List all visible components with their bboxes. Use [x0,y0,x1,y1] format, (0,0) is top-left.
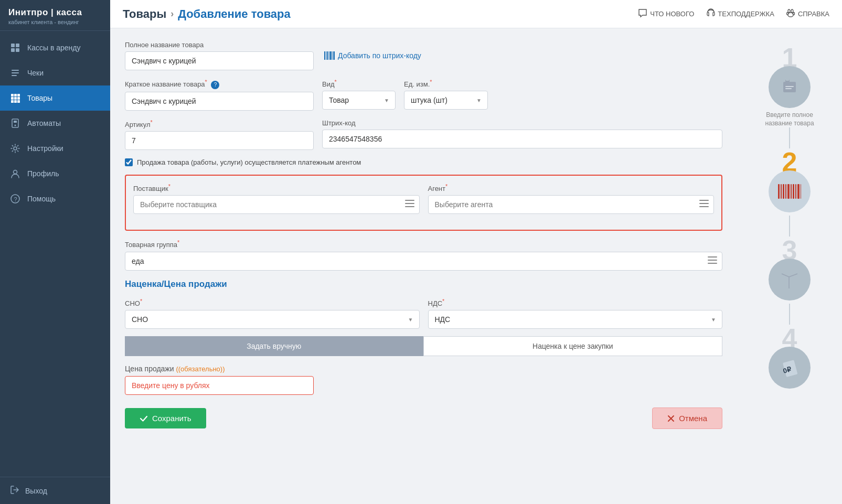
product-group-input[interactable] [125,252,722,271]
svg-point-19 [14,147,17,150]
news-action[interactable]: ЧТО НОВОГО [638,8,694,20]
supplier-agent-row: Поставщик* Агент* [133,183,714,222]
article-input[interactable] [125,131,314,150]
logout-button[interactable]: Выход [9,485,101,497]
svg-rect-33 [334,51,335,60]
short-name-input[interactable] [125,92,314,111]
breadcrumb-sub: Добавление товара [178,7,291,21]
nds-group: НДС* НДС [428,298,723,329]
support-action[interactable]: ТЕХПОДДЕРЖКА [706,8,774,20]
svg-rect-0 [11,44,15,47]
sidebar-item-pomoshch[interactable]: ? Помощь [0,186,110,211]
logout-label: Выход [25,487,47,495]
unit-select-wrap: штука (шт) [404,91,488,110]
sidebar-bottom: Выход [0,477,110,504]
svg-rect-30 [329,51,329,60]
svg-rect-29 [327,51,328,60]
svg-rect-11 [14,97,17,100]
unit-label: Ед. изм.* [404,79,488,88]
svg-rect-50 [783,184,784,199]
supplier-input[interactable] [133,195,420,214]
step-3-circle [769,259,811,301]
logout-icon [9,485,20,497]
price-required-note: ((обязательно)) [176,365,225,373]
sidebar-item-cheki[interactable]: Чеки [0,60,110,85]
news-label: ЧТО НОВОГО [650,10,694,18]
unit-select[interactable]: штука (шт) [404,91,488,110]
help-icon: ? [9,193,21,205]
svg-rect-12 [17,97,20,100]
agent-input[interactable] [428,195,715,214]
short-name-label: Краткое название товара* ? [125,79,314,89]
user-icon [9,168,21,179]
nds-select[interactable]: НДС [428,310,723,329]
tab-markup[interactable]: Наценка к цене закупки [423,336,723,356]
step-4-circle: 0₽ [769,347,811,389]
unit-group: Ед. изм.* штука (шт) [404,79,488,111]
full-name-input[interactable] [125,51,314,70]
sidebar-item-kassy[interactable]: Кассы в аренду [0,35,110,60]
breadcrumb-separator: › [170,8,174,19]
sno-select[interactable]: СНО [125,310,420,329]
sidebar-item-tovary[interactable]: Товары [0,85,110,111]
svg-rect-7 [11,94,14,96]
sidebar-item-nastrojki[interactable]: Настройки [0,136,110,161]
paw-icon [786,8,795,20]
product-group-wrap [125,252,722,271]
sno-group: СНО* СНО [125,298,420,329]
agent-label: Агент* [428,183,715,192]
sidebar-item-avtomaty[interactable]: Автоматы [0,111,110,136]
product-group-list-button[interactable] [708,256,717,266]
type-select[interactable]: Товар [322,91,396,110]
help-action[interactable]: СПРАВКА [786,8,829,20]
nds-label: НДС* [428,298,723,307]
price-label: Цена продажи ((обязательно)) [125,364,722,373]
sno-select-wrap: СНО [125,310,420,329]
svg-rect-17 [14,121,17,123]
nds-select-wrap: НДС [428,310,723,329]
action-row: Сохранить Отмена [125,408,722,429]
logo-subtitle: кабинет клиента - вендинг [8,19,102,25]
sidebar-item-label: Помощь [27,195,56,203]
svg-rect-27 [324,51,325,60]
breadcrumb-main: Товары [123,7,166,21]
svg-rect-42 [708,263,717,264]
supplier-list-button[interactable] [405,200,414,209]
svg-rect-52 [787,184,790,199]
cancel-button[interactable]: Отмена [652,408,722,429]
save-button[interactable]: Сохранить [125,408,206,428]
sidebar-nav: Кассы в аренду Чеки Товары Автоматы [0,31,110,477]
sidebar-item-label: Чеки [27,69,44,77]
step-1-line [789,127,790,148]
help-tooltip-icon[interactable]: ? [211,81,219,89]
sidebar-logo: Инитпро | касса кабинет клиента - вендин… [0,0,110,31]
grid-icon [9,42,21,53]
price-group: Цена продажи ((обязательно)) [125,364,722,395]
barcode-field-input[interactable] [322,130,722,148]
svg-rect-45 [786,79,789,81]
svg-rect-57 [801,184,801,199]
svg-point-23 [788,9,790,13]
svg-rect-51 [785,184,786,199]
step-2-line [789,216,790,237]
sidebar-item-profil[interactable]: Профиль [0,161,110,186]
supplier-agent-block: Поставщик* Агент* [125,175,722,231]
svg-rect-9 [17,94,20,96]
svg-point-20 [14,170,17,174]
sidebar: Инитпро | касса кабинет клиента - вендин… [0,0,110,504]
agent-list-button[interactable] [699,200,709,209]
barcode-link-text: Добавить по штрих-коду [338,51,421,60]
svg-rect-46 [785,86,794,87]
svg-rect-38 [699,203,709,204]
svg-rect-54 [793,184,794,199]
tab-manual[interactable]: Задать вручную [125,336,423,356]
svg-point-24 [791,9,793,13]
pricing-tabs: Задать вручную Наценка к цене закупки [125,336,722,356]
step-3-line [789,304,790,325]
short-name-row: Краткое название товара* ? Вид* Товар [125,79,722,119]
svg-rect-5 [12,72,19,73]
agent-checkbox[interactable] [125,158,133,166]
svg-rect-34 [405,200,414,201]
price-input[interactable] [125,376,314,395]
barcode-link[interactable]: Добавить по штрих-коду [324,51,421,60]
